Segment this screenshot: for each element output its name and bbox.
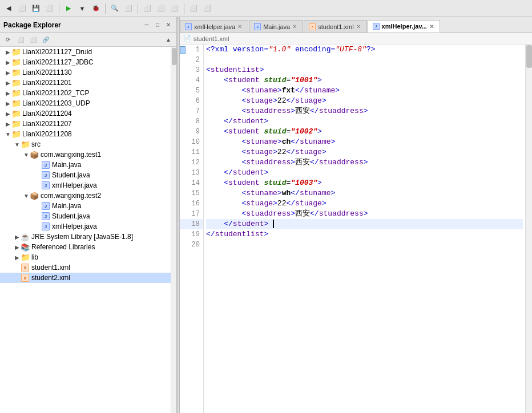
code-line-18: </student>: [206, 219, 523, 229]
tree-label: LianXi20211201: [22, 79, 72, 87]
right-scrollbar-thumb[interactable]: [526, 45, 532, 68]
tree-item-student2-xml[interactable]: Xstudent2.xml: [0, 273, 171, 283]
tree-item-lianxi-202-tcp[interactable]: ▶📁LianXi20211202_TCP: [0, 88, 171, 98]
panel-toolbar-btn-1[interactable]: ⟳: [2, 34, 14, 46]
code-area[interactable]: <?xml version="1.0" encoding="UTF-8"?> <…: [204, 44, 525, 413]
tab-label: Main.java: [263, 23, 290, 30]
folder-icon: 📁: [11, 99, 21, 108]
toolbar-btn-8[interactable]: ⬜: [187, 2, 200, 15]
left-scroll-thumb[interactable]: [172, 48, 176, 65]
line-number-17: 17: [180, 209, 203, 219]
package-icon: 📦: [30, 191, 39, 200]
tree-item-student-java-1[interactable]: JStudent.java: [0, 170, 171, 180]
toolbar-btn-2[interactable]: ⬜: [16, 2, 29, 15]
toolbar-btn-3[interactable]: ⬜: [43, 2, 56, 15]
tree-label: com.wangxing.test1: [41, 151, 101, 159]
tree-item-lianxi-201[interactable]: ▶📁LianXi20211201: [0, 78, 171, 88]
tab-tab-student1[interactable]: Xstudent1.xml✕: [304, 20, 366, 33]
panel-toolbar-btn-link[interactable]: 🔗: [40, 34, 51, 46]
toolbar-run[interactable]: ▶: [62, 2, 75, 15]
tree-item-lib[interactable]: ▶📁lib: [0, 252, 171, 262]
tree-item-lianxi-jdbc[interactable]: ▶📁LianXi20211127_JDBC: [0, 57, 171, 67]
tree-item-lianxi-208[interactable]: ▼📁LianXi20211208: [0, 129, 171, 139]
tab-tab-xmlhelper2[interactable]: JxmlHelper.jav...✕: [368, 20, 440, 33]
left-scrollbar[interactable]: [171, 47, 176, 413]
folder-icon: 📁: [11, 129, 21, 139]
toolbar-save[interactable]: 💾: [30, 2, 42, 15]
panel-close-btn[interactable]: ✕: [164, 21, 173, 30]
folder-icon: 📁: [11, 58, 21, 67]
tree-item-student-java-2[interactable]: JStudent.java: [0, 211, 171, 221]
tree-item-student1-xml[interactable]: Xstudent1.xml: [0, 262, 171, 273]
code-line-15: <stuname>wh</stuname>: [206, 188, 523, 199]
toolbar-debug[interactable]: 🐞: [90, 2, 102, 15]
tab-java-icon: J: [254, 23, 261, 30]
tree-item-lianxi-203-udp[interactable]: ▶📁LianXi20211203_UDP: [0, 98, 171, 108]
tree-item-xmlhelper-java-1[interactable]: JxmlHelper.java: [0, 180, 171, 191]
tree-label: Main.java: [52, 161, 81, 169]
tree-item-main-java-2[interactable]: JMain.java: [0, 201, 171, 211]
tree-item-lianxi-druid[interactable]: ▶📁LianXi20211127_Druid: [0, 47, 171, 57]
code-line-12: <stuaddress>西安</stuaddress>: [206, 157, 523, 168]
sep-3: [138, 3, 138, 14]
tree-label: lib: [31, 253, 38, 261]
tree-label: LianXi20211208: [22, 130, 72, 138]
panel-toolbar-btn-2[interactable]: ⬜: [15, 34, 26, 46]
line-number-14: 14: [180, 178, 203, 188]
tree-item-com-test1[interactable]: ▼📦com.wangxing.test1: [0, 149, 171, 160]
tab-close-btn[interactable]: ✕: [429, 23, 434, 30]
tree-item-com-test2[interactable]: ▼📦com.wangxing.test2: [0, 191, 171, 201]
toolbar-btn-9[interactable]: ⬜: [201, 2, 213, 15]
panel-maximize-btn[interactable]: □: [153, 21, 162, 30]
line-number-3: 3: [180, 65, 203, 75]
line-number-9: 9: [180, 127, 203, 137]
tab-tab-main[interactable]: JMain.java✕: [249, 20, 303, 33]
tab-close-btn[interactable]: ✕: [237, 23, 242, 30]
toolbar-btn-5[interactable]: ⬜: [141, 2, 154, 15]
tab-close-btn[interactable]: ✕: [292, 23, 297, 30]
breadcrumb-xml-icon: 📄: [183, 35, 191, 42]
tree-item-lianxi-130[interactable]: ▶📁LianXi20211130: [0, 67, 171, 78]
tab-tab-xmlhelper[interactable]: JxmlHelper.java✕: [180, 20, 248, 33]
panel-toolbar-btn-3[interactable]: ⬜: [27, 34, 39, 46]
line-numbers: 1234567891011121314151617181920: [180, 44, 204, 413]
tree-label: LianXi20211203_UDP: [22, 99, 90, 107]
tree-label: xmlHelper.java: [52, 222, 97, 230]
toolbar-btn-7[interactable]: ⬜: [168, 2, 181, 15]
tree-item-lianxi-207[interactable]: ▶📁LianXi20211207: [0, 119, 171, 129]
panel-header-icons: ─ □ ✕: [142, 21, 173, 30]
toolbar-btn-1[interactable]: ◀: [2, 2, 15, 15]
panel-minimize-btn[interactable]: ─: [142, 21, 151, 30]
tree-item-src[interactable]: ▼📁src: [0, 139, 171, 149]
tree-label: LianXi20211202_TCP: [22, 89, 89, 97]
tree-item-jre-system[interactable]: ▶☕JRE System Library [JavaSE-1.8]: [0, 232, 171, 242]
tree-item-main-java-1[interactable]: JMain.java: [0, 160, 171, 170]
code-line-4: <student stuid="1001">: [206, 75, 523, 86]
jre-icon: ☕: [21, 232, 30, 241]
line-number-20: 20: [180, 240, 203, 250]
toolbar-run-dropdown[interactable]: ▼: [76, 2, 88, 15]
tab-close-btn[interactable]: ✕: [356, 23, 361, 30]
tree-label: LianXi20211130: [22, 68, 72, 76]
panel-toolbar-btn-up[interactable]: ▲: [163, 34, 174, 46]
code-line-14: <student stuid="1003">: [206, 178, 523, 188]
tree-label: com.wangxing.test2: [41, 192, 101, 200]
code-line-11: <stuage>22</stuage>: [206, 147, 523, 157]
folder-icon: 📁: [11, 109, 21, 118]
tree-item-ref-libs[interactable]: ▶📚Referenced Libraries: [0, 242, 171, 252]
tree-label: Main.java: [52, 202, 81, 210]
right-scrollbar[interactable]: [525, 44, 532, 413]
tree-label: LianXi20211127_Druid: [22, 48, 92, 56]
panel-header: Package Explorer ─ □ ✕: [0, 17, 176, 33]
code-line-16: <stuage>22</stuage>: [206, 199, 523, 209]
java-icon: J: [41, 222, 50, 231]
folder-icon: 📁: [11, 88, 21, 98]
tree-item-xmlhelper-java-2[interactable]: JxmlHelper.java: [0, 221, 171, 232]
code-line-1: <?xml version="1.0" encoding="UTF-8"?>: [206, 44, 523, 55]
toolbar-btn-4[interactable]: ⬜: [122, 2, 135, 15]
code-line-5: <stuname>fxt</stuname>: [206, 86, 523, 96]
toolbar-btn-6[interactable]: ⬜: [155, 2, 167, 15]
tree-item-llanxi-204[interactable]: ▶📁LlanXi20211204: [0, 108, 171, 119]
toolbar-search[interactable]: 🔍: [108, 2, 121, 15]
tree-arrow: ▶: [5, 121, 11, 127]
